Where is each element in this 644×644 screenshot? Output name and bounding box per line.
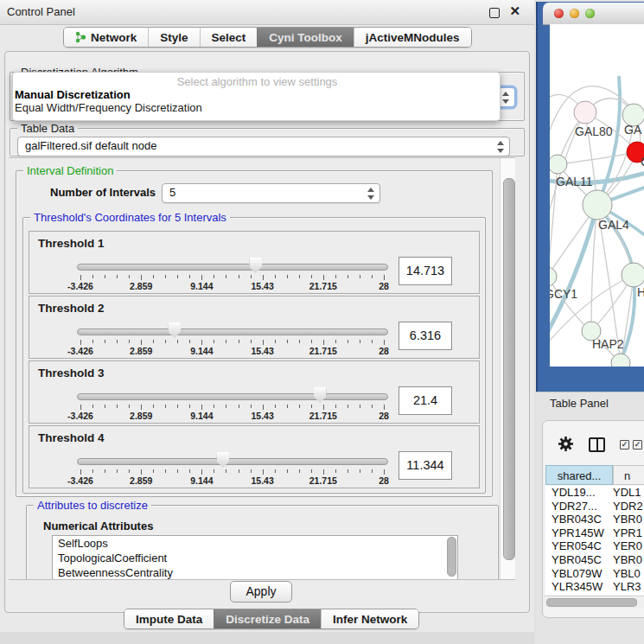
table-row[interactable]: YBR043CYBR0 <box>545 513 644 526</box>
slider-tick <box>165 469 166 473</box>
horizontal-scrollbar-thumb[interactable] <box>546 598 637 607</box>
close-icon[interactable]: ✕ <box>509 3 520 19</box>
vertical-scrollbar-thumb[interactable] <box>503 178 515 560</box>
attribute-list-item[interactable]: TopologicalCoefficient <box>53 551 457 565</box>
slider-tick <box>153 405 154 408</box>
tab-cyni-toolbox[interactable]: Cyni Toolbox <box>257 28 354 47</box>
cell-shared-name: YBR043C <box>545 513 613 526</box>
table-row[interactable]: YPR145WYPR1 <box>545 526 644 540</box>
attribute-list-item[interactable]: SelfLoops <box>53 536 457 551</box>
slider-tick-label: 21.715 <box>309 346 337 356</box>
slider-tick <box>105 469 105 473</box>
slider-thumb[interactable] <box>314 387 327 403</box>
group-title: Threshold's Coordinates for 5 Intervals <box>30 211 230 224</box>
slider-tick <box>372 469 373 473</box>
slider-tick <box>177 340 178 343</box>
apply-button[interactable]: Apply <box>230 581 292 603</box>
slider-thumb[interactable] <box>168 322 181 338</box>
table-data-combobox[interactable]: galFiltered.sif default node <box>17 137 510 156</box>
checkbox-icon[interactable]: ✓ <box>620 440 629 450</box>
slider-tick-label: 28 <box>379 281 389 291</box>
cell-shared-name: YDL19... <box>545 486 613 500</box>
tab-impute-data[interactable]: Impute Data <box>124 609 214 628</box>
slider-tick <box>201 469 202 475</box>
control-panel: Control Panel ✕ Network Style Select Cyn… <box>0 0 534 644</box>
network-node[interactable] <box>550 155 567 174</box>
slider-tick <box>251 405 252 408</box>
cell-name: YDR2 <box>613 500 644 513</box>
dropdown-option[interactable]: Equal Width/Frequency Discretization <box>13 101 500 114</box>
slider-tick-label: 21.715 <box>309 281 337 291</box>
slider-tick <box>335 340 336 343</box>
number-of-intervals-combobox[interactable]: 5 <box>162 183 380 203</box>
slider-thumb[interactable] <box>249 258 262 273</box>
bottom-tab-bar: Impute Data Discretize Data Infer Networ… <box>124 609 419 629</box>
slider-tick <box>177 275 178 278</box>
tab-network[interactable]: Network <box>64 28 148 47</box>
group-title: Table Data <box>17 122 78 135</box>
slider-tick <box>141 340 142 345</box>
tab-label: Network <box>91 31 137 44</box>
network-window-titlebar[interactable] <box>543 3 644 25</box>
table-row[interactable]: YER054CYER0 <box>545 539 644 553</box>
slider-tick <box>117 275 118 278</box>
network-node[interactable] <box>583 190 612 220</box>
checkbox-icon[interactable]: ✓ <box>633 440 642 450</box>
float-window-icon[interactable] <box>489 8 500 18</box>
slider-thumb[interactable] <box>216 452 229 468</box>
threshold-value-field[interactable]: 11.344 <box>399 451 452 480</box>
column-header-name[interactable]: n <box>613 465 644 485</box>
zoom-window-icon[interactable] <box>585 9 595 18</box>
slider-tick <box>153 469 154 473</box>
network-canvas[interactable]: GAL80GACGAL11GAL4GCY1HHAP2 <box>550 24 644 367</box>
slider-tick <box>165 340 166 343</box>
slider-tick <box>275 275 276 278</box>
slider-tick <box>189 340 190 343</box>
slider-tick-label: -3.426 <box>67 475 93 486</box>
vertical-scrollbar[interactable] <box>500 158 515 579</box>
table-row[interactable]: YLR345WYLR3 <box>545 580 644 594</box>
slider-tick <box>348 469 348 473</box>
list-scrollbar-thumb[interactable] <box>447 537 456 577</box>
threshold-label: Threshold 2 <box>38 302 105 315</box>
network-node[interactable] <box>574 101 596 124</box>
attribute-list-item[interactable]: BetweennessCentrality <box>53 565 457 580</box>
table-row[interactable]: YBL079WYBL0 <box>545 567 644 581</box>
slider-tick <box>287 340 288 343</box>
minimize-window-icon[interactable] <box>570 9 579 18</box>
slider-tick <box>263 340 264 345</box>
tab-discretize-data[interactable]: Discretize Data <box>214 609 321 628</box>
slider-tick <box>384 340 385 345</box>
table-row[interactable]: YDL19...YDL1 <box>545 486 644 500</box>
tab-infer-network[interactable]: Infer Network <box>321 609 418 628</box>
threshold-label: Threshold 4 <box>38 431 105 444</box>
group-title: Interval Definition <box>23 164 117 177</box>
cell-name: YBR0 <box>613 553 644 567</box>
table-row[interactable]: YBR045CYBR0 <box>545 553 644 567</box>
network-graph: GAL80GACGAL11GAL4GCY1HHAP2 <box>550 24 644 367</box>
slider-tick-label: 15.43 <box>251 411 273 421</box>
tab-select[interactable]: Select <box>200 28 258 47</box>
slider-tick <box>251 469 252 473</box>
slider-tick <box>92 275 93 278</box>
split-columns-icon[interactable] <box>589 437 605 452</box>
network-icon <box>75 31 86 43</box>
table-row[interactable]: YDR27...YDR2 <box>545 500 644 513</box>
gear-icon[interactable] <box>558 436 574 452</box>
threshold-panel: Threshold 1 -3.4262.8599.14415.4321.7152… <box>29 231 480 294</box>
dropdown-option[interactable]: Manual Discretization <box>13 88 500 101</box>
slider-tick <box>226 469 226 473</box>
slider-tick <box>275 469 276 473</box>
network-node[interactable] <box>622 263 644 287</box>
horizontal-scrollbar[interactable] <box>544 596 644 608</box>
network-node[interactable] <box>611 354 630 367</box>
column-header-shared-name[interactable]: shared... <box>545 465 613 485</box>
tab-jactivemnodules[interactable]: jActiveMNodules <box>354 28 471 47</box>
table-row[interactable]: YIL052CYIL0 <box>545 594 644 595</box>
threshold-value-field[interactable]: 21.4 <box>399 386 452 415</box>
close-window-icon[interactable] <box>554 9 564 18</box>
network-node[interactable] <box>550 267 557 286</box>
threshold-value-field[interactable]: 14.713 <box>399 257 452 285</box>
tab-style[interactable]: Style <box>148 28 199 47</box>
threshold-value-field[interactable]: 6.316 <box>399 322 452 350</box>
